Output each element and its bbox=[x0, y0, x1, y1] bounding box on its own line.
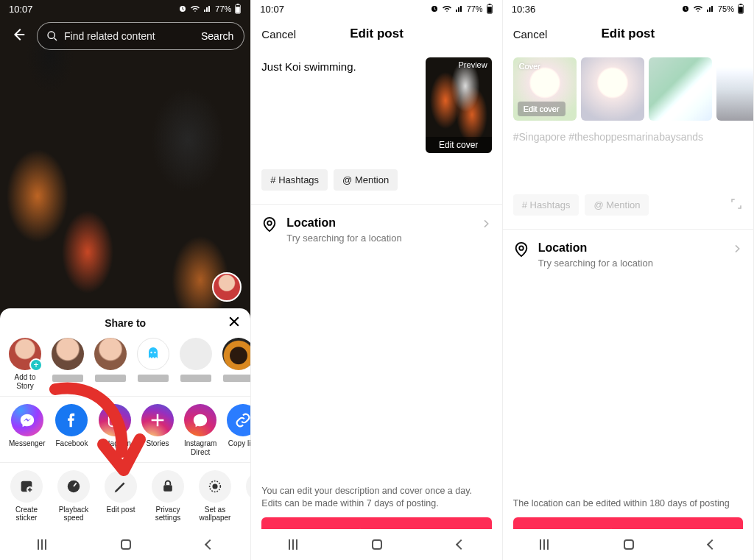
share-item-label: Playback speed bbox=[57, 506, 90, 522]
share-friend[interactable] bbox=[222, 338, 250, 390]
mention-chip[interactable]: @ Mention bbox=[334, 169, 398, 191]
hashtags-chip[interactable]: # Hashtags bbox=[513, 194, 579, 216]
alarm-icon bbox=[430, 4, 439, 13]
mention-chip[interactable]: @ Mention bbox=[585, 194, 649, 216]
location-icon bbox=[261, 216, 278, 233]
chevron-right-icon bbox=[731, 243, 743, 255]
share-instagram-direct[interactable]: Instagram Direct bbox=[184, 404, 216, 456]
hashtags-chip[interactable]: # Hashtags bbox=[261, 169, 328, 191]
svg-rect-17 bbox=[488, 4, 490, 4]
wifi-icon bbox=[190, 4, 200, 13]
wifi-icon bbox=[442, 4, 452, 13]
nav-back[interactable] bbox=[205, 539, 215, 550]
battery-icon bbox=[486, 4, 493, 14]
preview-label: Preview bbox=[459, 60, 487, 69]
status-bar: 10:36 75% bbox=[503, 0, 753, 18]
svg-point-4 bbox=[150, 352, 152, 353]
screen-edit-post-a: 10:07 77% Cancel Edit post Just Koi swim… bbox=[251, 0, 502, 560]
share-item-label: Create sticker bbox=[10, 506, 43, 522]
share-item-label: Share GIF bbox=[246, 506, 250, 522]
location-heading: Location bbox=[286, 216, 401, 230]
status-battery: 75% bbox=[718, 4, 734, 13]
android-navbar bbox=[503, 529, 753, 560]
nav-back[interactable] bbox=[707, 539, 717, 550]
close-icon bbox=[227, 314, 242, 329]
share-copy-link[interactable]: Copy link bbox=[227, 404, 250, 456]
tool-set-wallpaper[interactable]: Set as wallpaper bbox=[199, 470, 231, 522]
back-button[interactable] bbox=[6, 22, 31, 50]
nav-home[interactable] bbox=[372, 539, 382, 550]
location-subtext: Try searching for a location bbox=[538, 258, 653, 269]
edit-cover-button[interactable]: Edit cover bbox=[426, 137, 492, 153]
page-title: Edit post bbox=[350, 26, 404, 41]
svg-rect-12 bbox=[163, 485, 172, 491]
edit-cover-button[interactable]: Edit cover bbox=[518, 102, 566, 116]
wallpaper-icon bbox=[199, 470, 231, 503]
search-input[interactable] bbox=[64, 30, 195, 42]
cover-label: Cover bbox=[519, 62, 540, 71]
link-icon bbox=[227, 404, 250, 436]
avatar-icon bbox=[52, 338, 84, 370]
alarm-icon bbox=[178, 4, 187, 13]
battery-icon bbox=[737, 4, 744, 14]
status-right: 77% bbox=[430, 4, 493, 14]
location-subtext: Try searching for a location bbox=[286, 233, 401, 244]
cover-strip[interactable]: Cover Edit cover bbox=[513, 57, 743, 127]
nav-home[interactable] bbox=[121, 539, 131, 550]
nav-recents[interactable] bbox=[38, 539, 46, 550]
signal-icon bbox=[203, 4, 212, 13]
share-friend[interactable] bbox=[180, 338, 212, 390]
edit-header: Cancel Edit post bbox=[251, 18, 501, 50]
location-heading: Location bbox=[538, 241, 653, 255]
search-icon bbox=[46, 30, 58, 42]
edit-note: You can edit your description and cover … bbox=[251, 485, 501, 517]
cancel-button[interactable]: Cancel bbox=[261, 28, 296, 40]
lock-icon bbox=[152, 470, 184, 503]
svg-rect-1 bbox=[236, 7, 241, 13]
redacted-label bbox=[138, 375, 169, 382]
plus-badge-icon: + bbox=[29, 358, 43, 372]
caption-hashtags[interactable]: #Singapore #theshoppesmarinabaysands bbox=[513, 127, 743, 143]
cover-thumbnail[interactable]: Preview Edit cover bbox=[426, 57, 492, 153]
tool-privacy-settings[interactable]: Privacy settings bbox=[152, 470, 184, 522]
svg-point-13 bbox=[213, 484, 217, 489]
svg-point-3 bbox=[48, 32, 54, 38]
search-button[interactable]: Search bbox=[201, 30, 233, 42]
avatar-icon bbox=[94, 338, 127, 370]
cover-option[interactable] bbox=[649, 57, 712, 121]
status-bar: 10:07 77% bbox=[251, 0, 501, 18]
avatar-icon: + bbox=[9, 338, 41, 370]
tool-share-gif[interactable]: GIFShare GIF bbox=[246, 470, 250, 522]
location-row[interactable]: Location Try searching for a location bbox=[261, 205, 491, 244]
status-right: 77% bbox=[178, 4, 242, 14]
cancel-button[interactable]: Cancel bbox=[513, 28, 548, 40]
alarm-icon bbox=[681, 4, 690, 13]
share-title: Share to bbox=[105, 317, 146, 329]
close-button[interactable] bbox=[227, 314, 242, 333]
redacted-label bbox=[223, 375, 250, 382]
nav-home[interactable] bbox=[624, 539, 634, 550]
page-title: Edit post bbox=[601, 26, 655, 41]
svg-point-5 bbox=[154, 352, 155, 353]
cover-option[interactable] bbox=[716, 57, 754, 121]
avatar-icon bbox=[180, 338, 212, 370]
location-row[interactable]: Location Try searching for a location bbox=[513, 230, 743, 269]
nav-back[interactable] bbox=[456, 539, 466, 550]
screen-video-share: 10:07 77% Search Share to bbox=[0, 0, 251, 560]
share-item-label: Set as wallpaper bbox=[199, 506, 231, 522]
signal-icon bbox=[455, 4, 464, 13]
redacted-label bbox=[52, 375, 83, 382]
svg-rect-2 bbox=[237, 4, 239, 4]
search-field[interactable]: Search bbox=[37, 22, 244, 50]
cover-option[interactable] bbox=[581, 57, 644, 121]
cover-option[interactable]: Cover Edit cover bbox=[513, 57, 577, 121]
nav-recents[interactable] bbox=[540, 539, 549, 550]
nav-recents[interactable] bbox=[289, 539, 297, 550]
caption-input[interactable]: Just Koi swimming. bbox=[261, 57, 416, 153]
arrow-left-icon bbox=[10, 26, 27, 43]
edit-header: Cancel Edit post bbox=[503, 18, 753, 50]
expand-icon[interactable] bbox=[730, 197, 743, 213]
screen-edit-post-b: 10:36 75% Cancel Edit post Cover Edit co… bbox=[503, 0, 754, 560]
android-navbar bbox=[251, 529, 501, 560]
avatar-icon bbox=[222, 338, 250, 370]
